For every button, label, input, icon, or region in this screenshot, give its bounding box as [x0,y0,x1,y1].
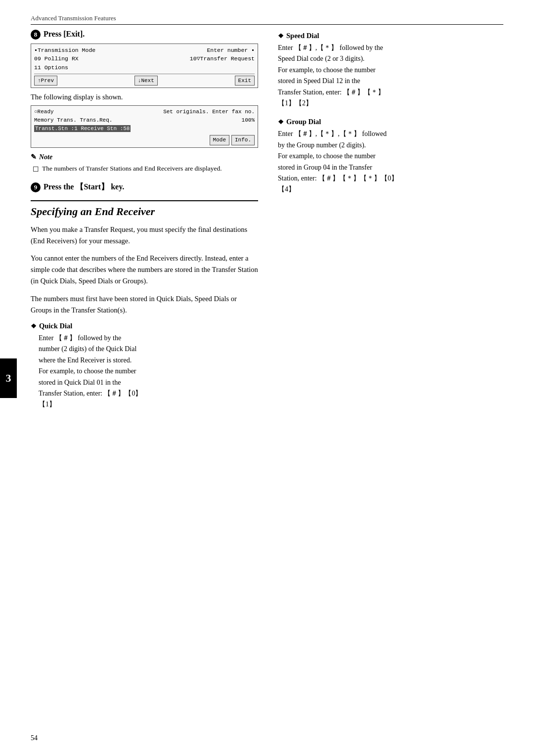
lcd1-row3: 11 Options [34,64,68,71]
gd-line4: stored in Group 04 in the Transfer [278,164,372,171]
gd-line6: 【4】 [278,185,295,193]
qd-line2: number (2 digits) of the Quick Dial [39,345,136,353]
step9-number: 9 [31,182,41,192]
lcd1-row1-right: Enter number ▪ [207,46,255,54]
lcd-screen-1: ▪Transmission Mode Enter number ▪ 09 Pol… [31,44,258,88]
step8-heading: 8 Press [Exit]. [31,30,258,40]
qd-line5: stored in Quick Dial 01 in the [39,379,121,386]
lcd2-btn-mode[interactable]: Mode [210,135,229,145]
left-column: 8 Press [Exit]. ▪Transmission Mode Enter… [31,30,258,417]
speed-dial-label: Speed Dial [286,32,319,40]
checkbox-icon: ☐ [33,165,39,175]
lcd2-row2-right: 100% [242,116,255,125]
qd-line7: 【1】 [39,400,56,408]
lcd1-row1-left: ▪Transmission Mode [34,46,95,54]
sidebar-number: 3 [0,358,17,398]
sd-line3: For example, to choose the number [278,66,376,74]
sd-line2: Speed Dial code (2 or 3 digits). [278,55,364,62]
right-column: ❖ Speed Dial Enter 【＃】,【＊】 followed by t… [278,30,505,204]
lcd1-btn-next[interactable]: ↓Next [134,76,158,86]
note-label: Note [39,153,52,161]
group-dial-heading: ❖ Group Dial [278,118,505,126]
pencil-icon: ✎ [31,153,37,161]
lcd1-btn-prev[interactable]: ↑Prev [34,76,57,86]
quick-dial-heading: ❖ Quick Dial [31,322,258,330]
speed-dial-heading: ❖ Speed Dial [278,32,505,40]
section-divider [31,200,258,201]
gd-line3: For example, to choose the number [278,152,376,160]
lcd1-row2-right: 10▽Transfer Request [190,54,255,63]
quick-dial-section: ❖ Quick Dial Enter 【＃】 followed by the n… [31,322,258,410]
body-para-2: You cannot enter the numbers of the End … [31,253,258,287]
quick-dial-body: Enter 【＃】 followed by the number (2 digi… [39,333,258,410]
body-para-1: When you make a Transfer Request, you mu… [31,224,258,247]
qd-line4: For example, to choose the number [39,367,136,375]
quick-dial-label: Quick Dial [39,322,72,330]
lcd2-btn-info[interactable]: Info. [231,135,255,145]
step8-label: Press [Exit]. [44,30,85,39]
step8-number: 8 [31,30,41,40]
sd-line5: Transfer Station, enter: 【＃】【＊】 [278,89,385,96]
note-item: ☐ The numbers of Transfer Stations and E… [31,164,258,175]
diamond-icon-quick: ❖ [31,322,37,330]
gd-line1: Enter 【＃】,【＊】,【＊】 followed [278,130,387,137]
lcd2-row1-left: ○Ready [34,108,54,116]
diamond-icon-speed: ❖ [278,32,284,40]
lcd-screen-2: ○Ready Set originals. Enter fax no. Memo… [31,105,258,148]
group-dial-body: Enter 【＃】,【＊】,【＊】 followed by the Group … [278,129,505,195]
lcd2-row2-left: Memory Trans. Trans.Req. [34,116,112,125]
body-para-3: The numbers must first have been stored … [31,293,258,316]
sd-line4: stored in Speed Dial 12 in the [278,77,360,85]
lcd1-row2-left: 09 Polling RX [34,54,79,63]
step9-label: Press the 【Start】 key. [44,182,124,192]
speed-dial-section: ❖ Speed Dial Enter 【＃】,【＊】 followed by t… [278,32,505,109]
page-number: 54 [31,734,38,742]
group-dial-section: ❖ Group Dial Enter 【＃】,【＊】,【＊】 followed … [278,118,505,195]
lcd1-btn-exit[interactable]: Exit [235,76,255,86]
sd-line6: 【1】【2】 [278,99,312,107]
section-title: Specifying an End Receiver [31,205,258,218]
note-block: ✎ Note ☐ The numbers of Transfer Station… [31,153,258,175]
page-header: Advanced Transmission Features [31,14,503,25]
lcd2-row3-highlight: Transt.Stn :1 Receive Stn :58 [34,125,131,132]
speed-dial-body: Enter 【＃】,【＊】 followed by the Speed Dial… [278,43,505,109]
qd-line3: where the End Receiver is stored. [39,356,132,364]
gd-line5: Station, enter: 【＃】【＊】【＊】【0】 [278,175,398,182]
diamond-icon-group: ❖ [278,118,284,126]
note-heading: ✎ Note [31,153,258,161]
step9-heading: 9 Press the 【Start】 key. [31,182,258,192]
following-text: The following display is shown. [31,93,258,101]
gd-line2: by the Group number (2 digits). [278,141,366,149]
group-dial-label: Group Dial [286,118,321,126]
right-content-area: ❖ Speed Dial Enter 【＃】,【＊】 followed by t… [278,30,505,195]
sd-line1: Enter 【＃】,【＊】 followed by the [278,44,383,51]
qd-line6: Transfer Station, enter: 【＃】【0】 [39,390,142,397]
breadcrumb: Advanced Transmission Features [31,14,116,22]
lcd2-row1-right: Set originals. Enter fax no. [163,108,255,116]
qd-line1: Enter 【＃】 followed by the [39,334,121,342]
note-text: The numbers of Transfer Stations and End… [42,164,222,175]
